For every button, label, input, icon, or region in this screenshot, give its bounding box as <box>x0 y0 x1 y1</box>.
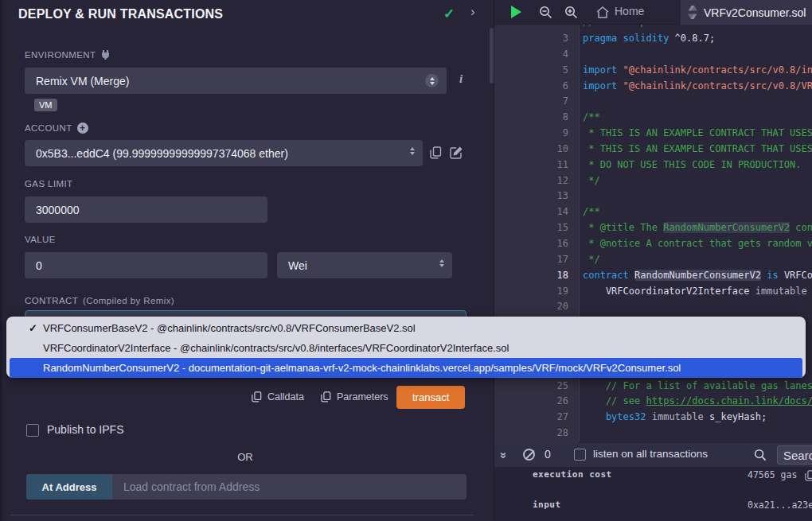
plug-icon <box>100 49 111 60</box>
zoom-out-icon[interactable] <box>539 6 552 19</box>
run-script-icon[interactable] <box>511 6 521 18</box>
contract-note: (Compiled by Remix) <box>83 296 174 305</box>
code-line[interactable]: 17 */ <box>494 252 812 268</box>
contract-options-dropdown: ✓VRFConsumerBaseV2 - @chainlink/contract… <box>6 317 806 378</box>
publish-ipfs-checkbox[interactable] <box>26 424 39 437</box>
listen-all-checkbox[interactable] <box>574 449 586 461</box>
transact-button[interactable]: transact <box>396 386 465 409</box>
code-line[interactable]: 18contract RandomNumberConsumerV2 is VRF… <box>494 268 812 284</box>
code-line[interactable]: 15 * @title The RandomNumberConsumerV2 c… <box>494 220 812 236</box>
terminal-detail-label: input <box>533 500 561 510</box>
terminal-detail-value: 47565 gas <box>748 469 797 480</box>
code-line[interactable]: 11 * DO NOT USE THIS CODE IN PRODUCTION. <box>494 157 812 173</box>
at-address-button[interactable]: At Address <box>26 474 112 500</box>
code-line[interactable]: 19 VRFCoordinatorV2Interface immutable C… <box>494 284 812 300</box>
contract-option-label: VRFCoordinatorV2Interface - @chainlink/c… <box>43 342 509 354</box>
value-field-wrap <box>25 252 267 278</box>
code-line[interactable]: 20 <box>494 299 812 315</box>
copy-icon[interactable] <box>805 470 812 481</box>
code-line[interactable]: 9 * THIS IS AN EXAMPLE CONTRACT THAT USE… <box>494 126 812 142</box>
page-title: DEPLOY & RUN TRANSACTIONS <box>18 7 223 21</box>
code-line[interactable]: 13 <box>494 189 812 204</box>
vm-badge: VM <box>34 99 57 111</box>
code-text: bytes32 immutable s_keyHash; <box>579 410 812 426</box>
code-text <box>579 426 812 441</box>
environment-value: Remix VM (Merge) <box>36 75 129 87</box>
environment-select[interactable]: Remix VM (Merge) <box>25 68 447 94</box>
terminal-search-input[interactable] <box>783 449 812 462</box>
code-text: VRFCoordinatorV2Interface immutable COOR… <box>579 284 812 300</box>
terminal-detail-row: execution cost47565 gas <box>494 469 812 484</box>
code-line[interactable]: 7 <box>494 94 812 110</box>
or-divider-label: OR <box>2 451 488 463</box>
code-line[interactable]: 4 <box>494 47 812 63</box>
at-address-field-wrap <box>112 474 467 500</box>
code-text: // For a list of available gas lanes on … <box>579 379 812 395</box>
code-text: // see https://docs.chain.link/docs/vrf-… <box>579 394 812 410</box>
line-number: 7 <box>494 94 579 110</box>
tab-home[interactable]: Home <box>615 5 644 17</box>
caret-updown-icon <box>410 147 415 155</box>
calldata-action[interactable]: Calldata <box>252 391 304 402</box>
line-number: 5 <box>494 63 579 79</box>
code-line[interactable]: 5import "@chainlink/contracts/src/v0.8/i… <box>494 63 812 79</box>
copy-icon <box>252 391 262 402</box>
chevron-right-icon[interactable]: › <box>470 4 475 20</box>
code-line[interactable]: // An example of a consumer contract tha… <box>494 25 812 31</box>
value-input[interactable] <box>36 259 256 272</box>
home-icon[interactable] <box>595 6 610 19</box>
parameters-label: Parameters <box>337 391 388 402</box>
code-line[interactable]: 27 bytes32 immutable s_keyHash; <box>494 410 812 426</box>
code-line[interactable]: 28 <box>494 426 812 441</box>
add-account-icon[interactable]: + <box>77 122 88 134</box>
code-line[interactable]: 14/** <box>494 204 812 220</box>
tab-vrfv2consumer[interactable]: VRFv2Consumer.sol ✕ <box>681 0 812 25</box>
line-number: 26 <box>494 394 579 410</box>
code-line[interactable]: 3pragma solidity ^0.8.7; <box>494 31 812 47</box>
expand-terminal-icon[interactable]: » <box>498 452 511 458</box>
code-editor[interactable]: // An example of a consumer contract tha… <box>494 25 812 443</box>
value-unit: Wei <box>288 259 307 272</box>
value-unit-select[interactable]: Wei <box>277 252 452 278</box>
code-line[interactable]: 10 * THIS IS AN EXAMPLE CONTRACT THAT US… <box>494 142 812 157</box>
edit-account-icon[interactable] <box>450 146 463 159</box>
line-number: 11 <box>494 157 579 173</box>
line-number: 6 <box>494 79 579 95</box>
code-line[interactable]: 16 * @notice A contract that gets random… <box>494 236 812 252</box>
contract-option[interactable]: RandomNumberConsumerV2 - documentation-g… <box>10 358 802 378</box>
code-line[interactable]: 25 // For a list of available gas lanes … <box>494 379 812 395</box>
account-select[interactable]: 0x5B3...eddC4 (99.99999999999997374068 e… <box>25 140 423 166</box>
code-lines: // An example of a consumer contract tha… <box>494 25 812 441</box>
caret-updown-icon <box>439 259 444 267</box>
line-number: 4 <box>494 47 579 63</box>
gas-limit-input[interactable] <box>36 204 256 216</box>
terminal-search-wrap <box>777 445 812 465</box>
line-number: 9 <box>494 126 579 142</box>
line-number: 17 <box>494 252 579 268</box>
parameters-action[interactable]: Parameters <box>321 391 388 402</box>
code-text: */ <box>579 173 812 189</box>
line-number: 27 <box>494 410 579 426</box>
code-text: contract RandomNumberConsumerV2 is VRFCo… <box>579 268 812 284</box>
code-line[interactable]: 8/** <box>494 110 812 126</box>
code-line[interactable]: 6import "@chainlink/contracts/src/v0.8/V… <box>494 79 812 95</box>
line-number: 16 <box>494 236 579 252</box>
solidity-icon <box>688 6 697 19</box>
code-text: // An example of a consumer contract tha… <box>579 25 812 31</box>
info-icon[interactable]: i <box>459 72 463 86</box>
code-line[interactable]: 12 */ <box>494 173 812 189</box>
clear-console-icon[interactable] <box>523 449 535 461</box>
terminal-output: execution cost47565 gasinput0xa21...a23e… <box>494 467 812 521</box>
contract-option[interactable]: VRFCoordinatorV2Interface - @chainlink/c… <box>6 338 806 358</box>
code-text: * @notice A contract that gets random va… <box>579 236 812 252</box>
copy-account-icon[interactable] <box>430 146 442 159</box>
code-text: /** <box>579 110 812 126</box>
contract-option[interactable]: ✓VRFConsumerBaseV2 - @chainlink/contract… <box>6 318 806 338</box>
editor-toolbar: Home VRFv2Consumer.sol ✕ <box>494 0 812 25</box>
panel-divider <box>10 515 474 515</box>
line-number: 8 <box>494 110 579 126</box>
code-line[interactable]: 26 // see https://docs.chain.link/docs/v… <box>494 394 812 410</box>
zoom-in-icon[interactable] <box>564 6 578 19</box>
code-text <box>579 189 812 204</box>
at-address-input[interactable] <box>123 480 455 493</box>
